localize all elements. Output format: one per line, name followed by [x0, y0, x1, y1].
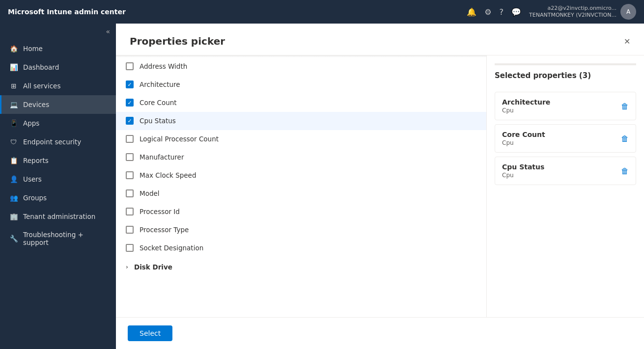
- sidebar-item-devices[interactable]: 💻 Devices: [0, 95, 116, 114]
- avatar[interactable]: A: [620, 4, 636, 20]
- checkbox-logical-processor-count[interactable]: [126, 135, 134, 143]
- user-email: a22@v2invctip.onmicro...: [529, 5, 616, 12]
- property-row-processor-id[interactable]: Processor Id: [116, 203, 486, 221]
- sidebar-item-troubleshooting[interactable]: 🔧 Troubleshooting + support: [0, 226, 116, 251]
- panel-footer: Select: [116, 317, 644, 349]
- property-row-socket-designation[interactable]: Socket Designation: [116, 239, 486, 257]
- user-info[interactable]: a22@v2invctip.onmicro... TENANTMONKEY (V…: [529, 4, 636, 20]
- chevron-disk-drive-icon: ›: [126, 264, 128, 270]
- chat-icon[interactable]: 💬: [511, 7, 521, 17]
- sidebar-item-endpoint-security[interactable]: 🛡 Endpoint security: [0, 133, 116, 151]
- checkbox-architecture[interactable]: [126, 81, 134, 88]
- property-row-max-clock-speed[interactable]: Max Clock Speed: [116, 166, 486, 185]
- property-row-logical-processor-count[interactable]: Logical Processor Count: [116, 130, 486, 148]
- help-icon[interactable]: ?: [500, 7, 504, 17]
- select-button[interactable]: Select: [128, 325, 172, 341]
- selected-card-cpu-status-text: Cpu Status Cpu: [502, 163, 544, 179]
- sidebar-item-apps[interactable]: 📱 Apps: [0, 114, 116, 133]
- close-button[interactable]: ✕: [624, 37, 630, 46]
- sidebar-item-reports[interactable]: 📋 Reports: [0, 151, 116, 170]
- sidebar-label-tenant-admin: Tenant administration: [23, 213, 95, 220]
- property-label-logical-processor-count: Logical Processor Count: [140, 135, 219, 143]
- selected-card-cpu-status: Cpu Status Cpu 🗑: [495, 157, 636, 185]
- panel-header: Properties picker ✕: [116, 24, 644, 55]
- property-row-processor-type[interactable]: Processor Type: [116, 221, 486, 239]
- properties-picker-panel: Properties picker ✕ Address Width A: [116, 24, 644, 349]
- property-label-processor-type: Processor Type: [140, 226, 189, 234]
- sidebar-item-dashboard[interactable]: 📊 Dashboard: [0, 58, 116, 77]
- property-label-address-width: Address Width: [140, 62, 187, 70]
- selected-card-cpu-status-sub: Cpu: [502, 172, 544, 179]
- gear-icon[interactable]: ⚙: [484, 7, 491, 17]
- grid-icon: ⊞: [9, 81, 18, 90]
- property-label-core-count: Core Count: [140, 99, 177, 107]
- property-label-architecture: Architecture: [140, 81, 180, 88]
- checkbox-manufacturer[interactable]: [126, 153, 134, 161]
- home-icon: 🏠: [9, 44, 18, 53]
- section-disk-drive-label: Disk Drive: [134, 263, 172, 271]
- property-row-core-count[interactable]: Core Count: [116, 94, 486, 112]
- sidebar-item-home[interactable]: 🏠 Home: [0, 39, 116, 58]
- checkbox-core-count[interactable]: [126, 99, 134, 107]
- checkbox-processor-type[interactable]: [126, 226, 134, 234]
- sidebar-label-apps: Apps: [23, 119, 39, 127]
- users-icon: 👤: [9, 175, 18, 184]
- selected-card-core-count: Core Count Cpu 🗑: [495, 124, 636, 153]
- sidebar-label-home: Home: [23, 45, 43, 53]
- sidebar-item-tenant-admin[interactable]: 🏢 Tenant administration: [0, 207, 116, 226]
- sidebar-label-reports: Reports: [23, 157, 49, 164]
- property-row-architecture[interactable]: Architecture: [116, 76, 486, 94]
- user-tenant: TENANTMONKEY (V2INVCTION...: [529, 12, 616, 19]
- delete-cpu-status-button[interactable]: 🗑: [621, 166, 629, 176]
- sidebar-collapse[interactable]: «: [0, 24, 116, 39]
- selected-card-core-count-text: Core Count Cpu: [502, 131, 545, 146]
- selected-properties-panel: Selected properties (3) Architecture Cpu…: [487, 55, 644, 317]
- selected-properties-header: Selected properties (3): [495, 71, 636, 84]
- checkbox-socket-designation[interactable]: [126, 244, 134, 252]
- selected-card-architecture-sub: Cpu: [502, 107, 550, 114]
- wrench-icon: 🔧: [9, 234, 18, 243]
- property-label-max-clock-speed: Max Clock Speed: [140, 171, 196, 179]
- property-label-cpu-status: Cpu Status: [140, 117, 176, 125]
- property-row-model[interactable]: Model: [116, 185, 486, 203]
- checkbox-model[interactable]: [126, 189, 134, 197]
- property-label-socket-designation: Socket Designation: [140, 244, 203, 252]
- groups-icon: 👥: [9, 193, 18, 202]
- sidebar-item-users[interactable]: 👤 Users: [0, 170, 116, 188]
- delete-core-count-button[interactable]: 🗑: [621, 134, 629, 143]
- selected-card-core-count-sub: Cpu: [502, 139, 545, 146]
- selected-card-core-count-name: Core Count: [502, 131, 545, 138]
- selected-card-architecture-text: Architecture Cpu: [502, 98, 550, 114]
- checkbox-cpu-status[interactable]: [126, 117, 134, 125]
- sidebar: « 🏠 Home 📊 Dashboard ⊞ All services 💻 De…: [0, 24, 116, 349]
- app-title: Microsoft Intune admin center: [8, 8, 467, 16]
- topbar: Microsoft Intune admin center 🔔 ⚙ ? 💬 a2…: [0, 0, 644, 24]
- main-layout: « 🏠 Home 📊 Dashboard ⊞ All services 💻 De…: [0, 24, 644, 349]
- bell-icon[interactable]: 🔔: [467, 7, 476, 17]
- user-text: a22@v2invctip.onmicro... TENANTMONKEY (V…: [529, 5, 616, 19]
- checkbox-address-width[interactable]: [126, 62, 134, 70]
- apps-icon: 📱: [9, 119, 18, 128]
- property-row-manufacturer[interactable]: Manufacturer: [116, 148, 486, 166]
- properties-list[interactable]: Address Width Architecture Core Count: [116, 55, 487, 317]
- property-row-address-width[interactable]: Address Width: [116, 57, 486, 76]
- sidebar-label-endpoint-security: Endpoint security: [23, 138, 81, 146]
- tenant-icon: 🏢: [9, 212, 18, 221]
- delete-architecture-button[interactable]: 🗑: [621, 102, 629, 111]
- checkbox-processor-id[interactable]: [126, 208, 134, 215]
- sidebar-item-groups[interactable]: 👥 Groups: [0, 188, 116, 207]
- shield-icon: 🛡: [9, 137, 18, 146]
- checkbox-max-clock-speed[interactable]: [126, 171, 134, 179]
- scroll-indicator: [495, 63, 636, 65]
- section-disk-drive[interactable]: › Disk Drive: [116, 257, 486, 277]
- property-label-processor-id: Processor Id: [140, 208, 180, 215]
- property-row-cpu-status[interactable]: Cpu Status: [116, 112, 486, 130]
- devices-icon: 💻: [9, 100, 18, 109]
- panel-title: Properties picker: [130, 35, 225, 47]
- selected-card-architecture-name: Architecture: [502, 98, 550, 106]
- sidebar-label-groups: Groups: [23, 194, 47, 202]
- panel-body: Address Width Architecture Core Count: [116, 55, 644, 317]
- sidebar-item-all-services[interactable]: ⊞ All services: [0, 77, 116, 95]
- collapse-btn[interactable]: «: [106, 27, 110, 35]
- content-area: Properties picker ✕ Address Width A: [116, 24, 644, 349]
